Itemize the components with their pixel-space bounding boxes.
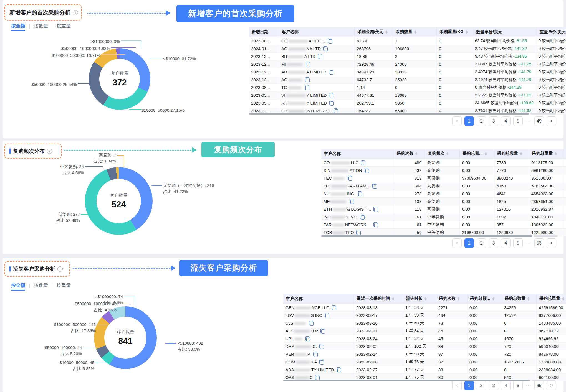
pagination-page-button[interactable]: 3	[489, 238, 498, 248]
column-header[interactable]: 采购重量/KG	[437, 27, 473, 37]
column-header[interactable]: 采购数量	[393, 27, 437, 37]
pagination-next-button[interactable]: >	[547, 381, 556, 390]
sort-icon[interactable]	[520, 151, 522, 157]
sort-icon[interactable]	[466, 29, 468, 35]
table-row[interactable]: ETHxxxxxxx& LOGISTI...118高复购0.0012701620…	[321, 205, 566, 213]
info-icon[interactable]	[73, 10, 78, 15]
table-row[interactable]: LOVxxxxxxxxS INC2023-03-171 年 59 天4840.0…	[283, 312, 566, 319]
copy-icon[interactable]	[306, 62, 310, 66]
table-row[interactable]: COMxxxxxxxS A2023-02-281 年 76 天370.00168…	[283, 358, 566, 366]
pagination-last-page-button[interactable]: 49	[534, 116, 544, 126]
column-header[interactable]: 采购总额...	[460, 149, 494, 159]
pagination-prev-button[interactable]: <	[452, 381, 462, 390]
pagination-ellipsis[interactable]: ···	[525, 383, 532, 388]
table-row[interactable]: 2023-12...MIxxxxxxxx72928.462400003.0387…	[249, 60, 566, 68]
copy-icon[interactable]	[319, 344, 323, 348]
pagination-page-button[interactable]: 5	[513, 238, 523, 248]
donut-chart-repurchase[interactable]: 客户数量 524	[85, 167, 153, 235]
pagination-page-button[interactable]: 4	[501, 381, 511, 390]
copy-icon[interactable]	[325, 313, 329, 317]
column-header[interactable]: 采购总重量	[537, 294, 566, 304]
table-row[interactable]: 2023-12...BRxxxxxxxxA LTD18.86209.43 较当时…	[249, 53, 566, 60]
table-row[interactable]: ADAxxxxxxxxTY LIMITED2023-02-271 年 77 天3…	[283, 366, 566, 374]
sort-icon[interactable]	[562, 296, 564, 302]
copy-icon[interactable]	[319, 360, 323, 364]
sort-icon[interactable]	[414, 29, 416, 35]
pagination-ellipsis[interactable]: ···	[525, 241, 532, 246]
column-header[interactable]: 流失时长	[403, 294, 436, 304]
copy-icon[interactable]	[337, 367, 340, 372]
pagination-next-button[interactable]: >	[547, 116, 556, 126]
table-row[interactable]: 2023-12...ADxxxxxxxxxA LIMITED94941.2938…	[249, 68, 566, 76]
copy-icon[interactable]	[315, 375, 319, 380]
copy-icon[interactable]	[328, 39, 332, 43]
table-row[interactable]: 2023-08...CÔxxxxxxxxxxA HỌC...62.741062.…	[249, 37, 566, 45]
copy-icon[interactable]	[358, 191, 362, 196]
sort-icon[interactable]	[424, 296, 427, 302]
column-header[interactable]: 采购总数量	[494, 149, 529, 159]
pagination-last-page-button[interactable]: 53	[534, 238, 544, 248]
pagination-page-button[interactable]: 2	[477, 116, 486, 126]
pagination-page-button[interactable]: 4	[501, 116, 511, 126]
copy-icon[interactable]	[329, 93, 333, 97]
sort-icon[interactable]	[492, 296, 494, 302]
table-row[interactable]: FARxxxxxxNETWORK ...61中等复购0.009571305932…	[321, 221, 566, 229]
column-header[interactable]: 复购频次	[425, 149, 460, 159]
sort-icon[interactable]	[446, 151, 449, 157]
copy-icon[interactable]	[365, 168, 368, 172]
copy-icon[interactable]	[332, 305, 336, 310]
tab-by-amount[interactable]: 按金额	[11, 23, 25, 31]
copy-icon[interactable]	[320, 329, 324, 333]
pagination-page-button[interactable]: 5	[513, 116, 523, 126]
copy-icon[interactable]	[372, 184, 376, 188]
pagination-prev-button[interactable]: <	[452, 116, 462, 126]
horizontal-scrollbar[interactable]	[283, 380, 530, 381]
pagination-page-button[interactable]: 1	[464, 238, 474, 248]
column-header[interactable]: 采购总额...	[467, 294, 502, 304]
copy-icon[interactable]	[360, 215, 364, 219]
table-row[interactable]: TO xxxxxxxxFARM AM...304高复购0.00516851835…	[321, 182, 566, 190]
copy-icon[interactable]	[356, 230, 360, 235]
horizontal-scrollbar[interactable]	[321, 235, 532, 237]
pagination-last-page-button[interactable]: 85	[534, 381, 544, 390]
table-row[interactable]: INTxxxxxxxS,INC.61中等复购0.0010371040111.00…	[321, 213, 566, 221]
column-header[interactable]: 采购总数量	[502, 294, 537, 304]
sort-icon[interactable]	[458, 296, 460, 302]
table-row[interactable]: TECxxxxxx313高复购57369634.068800240351600.…	[321, 174, 566, 182]
sort-icon[interactable]	[385, 29, 388, 35]
tab-by-amount[interactable]: 按金额	[11, 282, 25, 291]
pagination-page-button[interactable]: 3	[489, 381, 498, 390]
table-row[interactable]: MExxxxxxxx133高复购0.0018252358651.000.00(	[321, 198, 566, 205]
pagination-page-button[interactable]: 2	[477, 238, 486, 248]
pagination-page-button[interactable]: 1	[464, 116, 474, 126]
copy-icon[interactable]	[318, 54, 322, 58]
pagination-page-button[interactable]: 1	[464, 381, 474, 390]
horizontal-scrollbar[interactable]	[249, 113, 529, 115]
copy-icon[interactable]	[329, 70, 333, 74]
pagination-page-button[interactable]: 2	[477, 381, 486, 390]
copy-icon[interactable]	[361, 160, 365, 165]
table-row[interactable]: 2024-01...AGxxxxxxxxxNA LTD2637961068000…	[249, 45, 566, 53]
copy-icon[interactable]	[373, 207, 377, 211]
column-header[interactable]: 采购次数	[436, 294, 467, 304]
sort-icon[interactable]	[485, 151, 487, 157]
table-row[interactable]: UPLxxxx2023-03-241 年 52 天450.00157092469…	[283, 335, 566, 343]
copy-icon[interactable]	[305, 336, 309, 341]
table-row[interactable]: 2023-12...AGxxxxxxx64732.72592002.4974 较…	[249, 76, 566, 84]
column-header[interactable]: 最近一次采购时间	[354, 294, 403, 304]
tab-by-weight[interactable]: 按重量	[57, 282, 71, 291]
table-row[interactable]: 2023-05...RHxxxxxxxxxY LIMITED202799.158…	[249, 99, 566, 107]
table-row[interactable]: GENxxxxxxxxNCE LLC2023-03-181 年 58 天2271…	[283, 304, 566, 312]
copy-icon[interactable]	[323, 46, 327, 51]
copy-icon[interactable]	[309, 321, 313, 325]
copy-icon[interactable]	[373, 222, 377, 227]
tab-by-quantity[interactable]: 按数量	[34, 282, 48, 291]
table-row[interactable]: DHYxxxxxxxxIC.2023-02-021 年 102 天380.007…	[283, 343, 566, 350]
column-header[interactable]: 采购次数	[394, 149, 425, 159]
pagination-next-button[interactable]: >	[547, 238, 556, 248]
column-header[interactable]: 采购总重量	[529, 149, 564, 159]
table-row[interactable]: COxxxxxxxxxxLLC480高复购0.0077899112175.000…	[321, 159, 566, 167]
table-row[interactable]: VERxxxxxxP.2023-02-141 年 90 天370.0072084…	[283, 350, 566, 358]
copy-icon[interactable]	[348, 176, 352, 180]
copy-icon[interactable]	[329, 101, 333, 105]
